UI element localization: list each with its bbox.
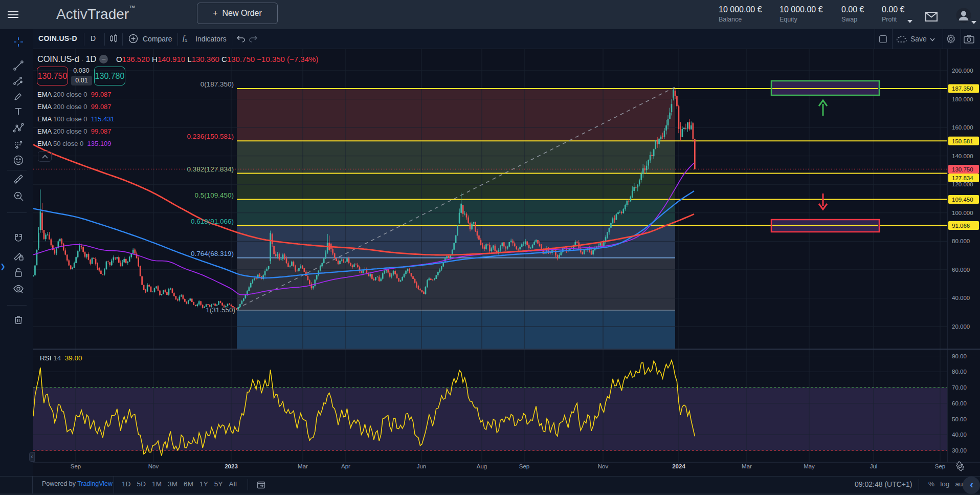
svg-text:60.000: 60.000	[952, 267, 970, 273]
svg-text:40.000: 40.000	[952, 295, 970, 301]
svg-text:Mar: Mar	[742, 463, 752, 469]
svg-text:130.750: 130.750	[952, 166, 973, 173]
svg-text:30.00: 30.00	[952, 447, 967, 454]
svg-text:0.382(127.834): 0.382(127.834)	[187, 165, 234, 173]
svg-text:Nov: Nov	[598, 463, 609, 469]
svg-text:2024: 2024	[672, 463, 685, 469]
svg-text:140.000: 140.000	[952, 153, 973, 159]
svg-text:Mar: Mar	[298, 463, 308, 469]
svg-text:150.581: 150.581	[952, 138, 973, 144]
svg-text:50.00: 50.00	[952, 416, 967, 422]
svg-text:160.000: 160.000	[952, 124, 973, 131]
svg-text:Sep: Sep	[935, 463, 945, 469]
svg-text:91.066: 91.066	[952, 223, 970, 229]
svg-text:May: May	[804, 463, 815, 469]
svg-text:0.764(68.319): 0.764(68.319)	[191, 250, 234, 257]
svg-text:0.5(109.450): 0.5(109.450)	[194, 191, 234, 199]
svg-text:80.000: 80.000	[952, 238, 970, 244]
svg-text:40.00: 40.00	[952, 432, 967, 438]
svg-text:0(187.350): 0(187.350)	[201, 80, 234, 88]
svg-text:100.000: 100.000	[952, 210, 973, 216]
svg-text:Sep: Sep	[519, 463, 529, 469]
svg-text:Jun: Jun	[417, 463, 427, 469]
svg-text:1(31.550): 1(31.550)	[206, 306, 235, 314]
svg-text:70.00: 70.00	[952, 384, 967, 391]
svg-text:0.618(91.066): 0.618(91.066)	[191, 218, 234, 225]
svg-text:2023: 2023	[225, 463, 238, 469]
svg-text:90.00: 90.00	[952, 353, 967, 359]
svg-text:Jul: Jul	[870, 463, 878, 469]
svg-text:180.000: 180.000	[952, 96, 973, 102]
svg-text:200.000: 200.000	[952, 68, 973, 74]
svg-text:Sep: Sep	[71, 463, 81, 469]
svg-text:Nov: Nov	[148, 463, 159, 469]
svg-text:60.00: 60.00	[952, 400, 967, 406]
svg-text:80.00: 80.00	[952, 369, 967, 375]
svg-text:Aug: Aug	[477, 463, 487, 469]
svg-text:109.450: 109.450	[952, 197, 973, 203]
svg-text:0.236(150.581): 0.236(150.581)	[187, 133, 234, 140]
svg-text:187.350: 187.350	[952, 85, 973, 92]
svg-text:127.834: 127.834	[952, 175, 973, 181]
svg-text:20.000: 20.000	[952, 324, 970, 330]
svg-text:Apr: Apr	[341, 463, 350, 469]
